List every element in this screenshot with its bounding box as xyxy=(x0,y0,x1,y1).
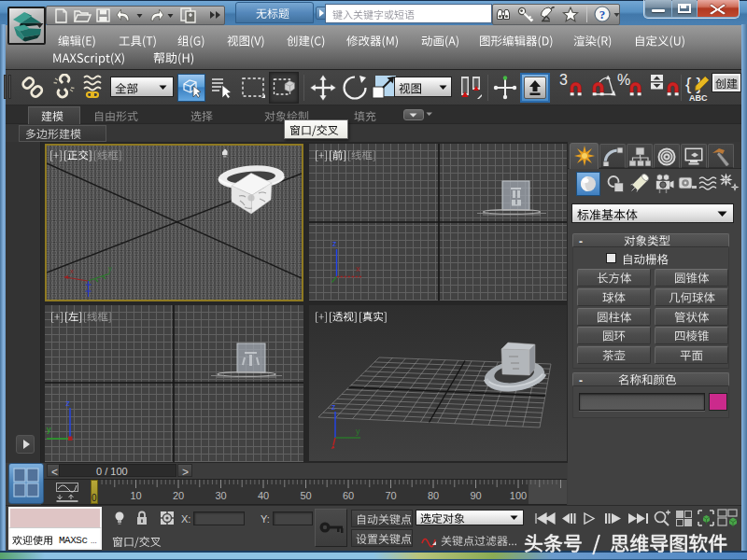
svg-text:20: 20 xyxy=(173,490,184,501)
svg-text:ABC: ABC xyxy=(689,93,708,103)
svg-text:70: 70 xyxy=(385,490,396,501)
svg-text:30: 30 xyxy=(215,490,226,501)
svg-text:y: y xyxy=(108,264,112,273)
svg-text:60: 60 xyxy=(343,490,354,501)
svg-text:40: 40 xyxy=(258,490,269,501)
svg-text:z: z xyxy=(332,239,337,248)
svg-text:90: 90 xyxy=(470,490,481,501)
svg-text:z: z xyxy=(331,402,336,412)
svg-text:x: x xyxy=(356,264,360,273)
svg-text:x: x xyxy=(70,267,74,275)
svg-text:80: 80 xyxy=(428,490,439,501)
svg-text:z: z xyxy=(66,399,71,408)
svg-text:50: 50 xyxy=(300,490,311,501)
svg-text:100: 100 xyxy=(510,490,527,501)
svg-text:y: y xyxy=(47,425,51,434)
svg-text:y: y xyxy=(356,427,360,436)
svg-text:?: ? xyxy=(599,7,606,21)
svg-text:10: 10 xyxy=(130,490,141,501)
